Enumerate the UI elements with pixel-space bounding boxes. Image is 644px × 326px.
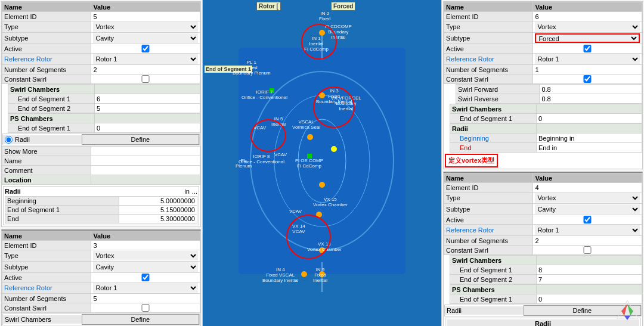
r-e4-const-swirl-checkbox[interactable] xyxy=(535,246,640,254)
r-e6-active-label: Active xyxy=(444,44,533,54)
r-e4-refrotor-val[interactable]: Rotor 1 xyxy=(533,225,642,236)
element5-table: Name Value Element ID5 TypeVortex Subtyp… xyxy=(2,2,200,84)
unit-label: in xyxy=(184,188,190,195)
radii-radio[interactable] xyxy=(5,136,13,144)
r-e6-subtype-val[interactable]: Forced xyxy=(533,33,642,44)
col-value-header: Value xyxy=(91,2,200,12)
r-e4-active-label: Active xyxy=(444,215,533,225)
r-e4-type-val[interactable]: Vortex xyxy=(533,193,642,204)
active-checkbox[interactable] xyxy=(93,45,198,52)
r-e4-refrotor-label: Reference Rotor xyxy=(444,225,533,236)
e3-type-val[interactable]: Vortex xyxy=(91,250,200,262)
r-e6-refrotor-val[interactable]: Rotor 1 xyxy=(533,54,642,65)
val-subtype[interactable]: Cavity xyxy=(91,33,200,44)
r-beginning-val: 5.00000000 xyxy=(119,197,197,206)
r-radii-label: Radii xyxy=(450,124,537,133)
r-e4-id-val: 4 xyxy=(533,183,642,193)
e3-type-select[interactable]: Vortex xyxy=(93,251,198,260)
annotation-forced: Forced xyxy=(331,2,355,11)
r-e6-refrotor-label: Reference Rotor xyxy=(444,54,533,65)
r-e4-radii-values: Radii Beginning4.60000000 End of Segment… xyxy=(445,318,641,326)
e3-id-val: 3 xyxy=(91,241,200,250)
r-const-swirl-section: Swirl Forward0.8 Swirl Reverse0.8 xyxy=(444,84,642,104)
r-e4-type-select[interactable]: Vortex xyxy=(535,193,640,203)
node-vcav2: VCAV xyxy=(274,152,287,157)
annotation-vortex-type: 定义vortex类型 xyxy=(445,154,498,167)
e3-subtype-select[interactable]: Cavity xyxy=(93,262,198,272)
e3-constswirl-val xyxy=(91,303,200,313)
r-beginning-label: Beginning xyxy=(5,197,119,206)
label-subtype: Subtype xyxy=(2,33,91,44)
r-swirl2-s2-val: 7 xyxy=(536,275,642,284)
val-ref-rotor[interactable]: Rotor 1 xyxy=(91,54,200,65)
subtype-select[interactable]: Cavity xyxy=(93,33,198,43)
r-e6-type-select[interactable]: Vortex xyxy=(535,22,640,32)
svg-point-15 xyxy=(301,271,307,277)
r-e6-subtype-select[interactable]: Forced xyxy=(535,33,640,43)
e3-rotor-select[interactable]: Rotor 1 xyxy=(93,283,198,293)
r-e4-subtype-val[interactable]: Cavity xyxy=(533,204,642,215)
r-e4-name-header: Name xyxy=(444,173,533,183)
element4-table: Name Value Element ID4 TypeVortex Subtyp… xyxy=(444,173,642,255)
node-vx13: VX 13Vortex Chamber xyxy=(307,241,342,252)
label-element-id: Element ID xyxy=(2,12,91,21)
element6-table: Name Value Element ID6 TypeVortex Subtyp… xyxy=(444,2,642,84)
r-annotation-area: 定义vortex类型 xyxy=(445,154,641,167)
r-radii-table: Radii Beginning Beginning in End End in xyxy=(450,123,642,153)
r-e6-const-swirl-checkbox[interactable] xyxy=(535,75,640,83)
r-swirl-label: Swirl Chambers xyxy=(450,104,537,114)
ps-chambers-section: PS Chambers End of Segment 10 xyxy=(2,113,200,133)
node-vforcel: VX VFORCELBoundaryInertial xyxy=(331,95,361,111)
r-radii-section: Radii Beginning Beginning in End End in xyxy=(444,123,642,153)
element3-table: Name Value Element ID3 TypeVortex Subtyp… xyxy=(2,231,200,313)
element4-section: Name Value Element ID4 TypeVortex Subtyp… xyxy=(443,172,643,326)
r-e4-type-label: Type xyxy=(444,193,533,204)
r-radii-begin-label: Beginning xyxy=(450,133,537,143)
r-e6-rotor-select[interactable]: Rotor 1 xyxy=(535,54,640,64)
svg-point-10 xyxy=(331,146,337,152)
ps-seg1-val: 0 xyxy=(94,123,200,133)
r-swirl-fwd-label: Swirl Forward xyxy=(456,85,540,94)
e3-subtype-label: Subtype xyxy=(2,262,91,273)
val-type[interactable]: Vortex xyxy=(91,21,200,33)
r-e6-constswirl-val xyxy=(533,74,642,84)
const-swirl-checkbox[interactable] xyxy=(93,75,198,83)
radii-label-text: Radii xyxy=(15,136,30,143)
r-e4-rotor-select[interactable]: Rotor 1 xyxy=(535,225,640,235)
e3-active-checkbox[interactable] xyxy=(93,274,198,281)
e3-const-swirl-checkbox[interactable] xyxy=(93,304,198,312)
r-e4-active-checkbox[interactable] xyxy=(535,216,640,223)
e3-swirl-btn[interactable]: Define xyxy=(82,314,199,325)
center-panel: IN 2Fixed PL 1FixedBoundary Plenum IORIF… xyxy=(203,0,441,326)
r-e4-subtype-select[interactable]: Cavity xyxy=(535,204,640,214)
radii-label-container: Radii xyxy=(3,135,82,144)
r-e6-active-val xyxy=(533,44,642,54)
r-e4-radii-define-row: Radii Define xyxy=(444,305,642,316)
r-end-label: End xyxy=(5,215,119,223)
col-name-header: Name xyxy=(2,2,91,12)
e3-refrotor-val[interactable]: Rotor 1 xyxy=(91,282,200,294)
val-element-id: 5 xyxy=(91,12,200,21)
radii-define-btn[interactable]: Define xyxy=(82,134,199,145)
color-logo xyxy=(615,299,639,321)
svg-point-12 xyxy=(316,212,322,218)
e3-refrotor-label: Reference Rotor xyxy=(2,282,91,294)
extra-props-table: Show More Name Comment Location xyxy=(2,146,200,185)
element5-section: Name Value Element ID5 TypeVortex Subtyp… xyxy=(1,1,201,227)
type-select[interactable]: Vortex xyxy=(93,22,198,32)
r-e6-type-val[interactable]: Vortex xyxy=(533,21,642,33)
swirl-seg1-val: 6 xyxy=(94,94,200,104)
r-e6-active-checkbox[interactable] xyxy=(535,45,640,52)
e3-define-section: Swirl Chambers Define PS Chambers Define… xyxy=(2,313,200,326)
radii-subpanel-label: Radii xyxy=(5,188,21,195)
r-col-value: Value xyxy=(533,2,642,12)
r-e4-value-header: Value xyxy=(533,173,642,183)
val-const-swirl xyxy=(91,74,200,84)
rotor-select[interactable]: Rotor 1 xyxy=(93,54,198,64)
r-radii-end-label: End xyxy=(450,143,537,153)
e3-subtype-val[interactable]: Cavity xyxy=(91,262,200,273)
label-num-seg: Number of Segments xyxy=(2,65,91,74)
dots-btn[interactable]: ... xyxy=(192,188,197,195)
r-swirl-chambers-table: Swirl Chambers End of Segment 10 xyxy=(450,104,642,123)
r-radii-end-row: End in xyxy=(536,143,642,153)
